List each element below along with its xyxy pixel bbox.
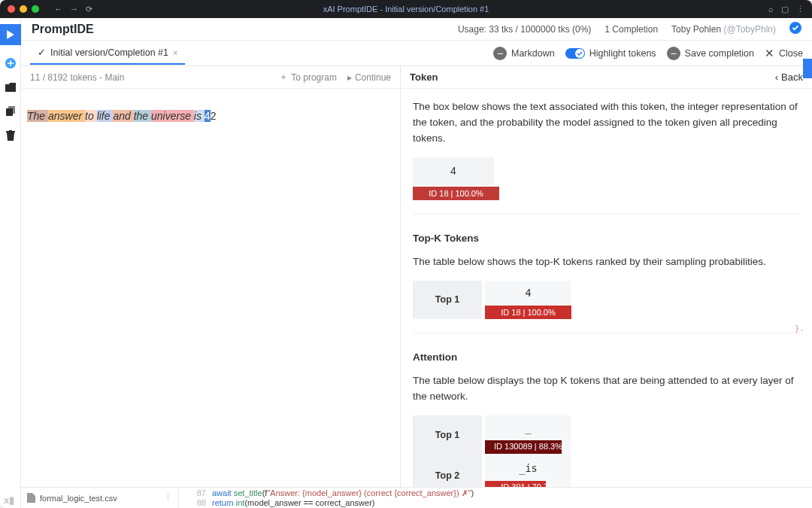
tab-label: Initial version/Completion #1 (50, 47, 168, 58)
token-text: 4 (413, 157, 494, 186)
save-completion-button[interactable]: − Save completion (667, 47, 754, 60)
attention-row: Top 1_ID 130089 | 88.3% (413, 415, 800, 456)
left-sidebar (0, 18, 21, 508)
minus-icon: − (493, 47, 507, 60)
editor-token[interactable]: is (194, 110, 205, 122)
plus-icon: ＋ (279, 71, 288, 84)
usage-text: Usage: 33 tks / 1000000 tks (0%) (458, 24, 591, 35)
run-indicator (803, 59, 812, 78)
editor-token[interactable]: answer (48, 110, 85, 122)
file-icon (27, 493, 35, 503)
play-icon: ▸ (347, 72, 352, 83)
user-name: Toby Pohlen (@TobyPhln) (671, 24, 776, 35)
maximize-window-button[interactable] (32, 5, 39, 13)
minus-icon: − (667, 47, 680, 60)
verified-icon (789, 22, 801, 36)
files-icon[interactable] (5, 105, 17, 117)
minimize-window-button[interactable] (20, 5, 27, 13)
more-icon[interactable]: ⋮ (164, 493, 172, 503)
to-program-button[interactable]: ＋ To program (279, 71, 337, 84)
editor-token[interactable]: universe (151, 110, 194, 122)
trash-icon[interactable] (5, 129, 17, 141)
chevron-left-icon: ‹ (775, 71, 778, 83)
toggle-switch[interactable] (565, 48, 585, 59)
editor-body[interactable]: The answer to life and the universe is 4… (21, 89, 400, 508)
add-icon[interactable] (5, 57, 17, 69)
back-button[interactable]: ‹ Back (775, 71, 803, 83)
token-description: The box below shows the text associated … (413, 99, 800, 147)
close-icon: ✕ (765, 47, 774, 60)
xai-watermark: x▮ (4, 494, 14, 506)
editor-column: 11 / 8192 tokens - Main ＋ To program ▸ C… (21, 66, 401, 508)
close-window-button[interactable] (8, 5, 15, 13)
close-button[interactable]: ✕ Close (765, 47, 803, 60)
markdown-toggle[interactable]: − Markdown (493, 47, 555, 60)
topk-title: Top-K Tokens (413, 231, 800, 247)
inspector-title: Token (410, 71, 438, 83)
code-preview: await set_title(f"Answer: {model_answer}… (212, 488, 474, 508)
reload-icon[interactable]: ⟳ (86, 5, 92, 14)
editor-token[interactable]: 2 (211, 110, 217, 122)
attention-label: Top 1 (413, 415, 482, 456)
editor-token[interactable]: The (27, 110, 48, 122)
topk-label: Top 1 (413, 281, 482, 319)
editor-token[interactable]: and (113, 110, 133, 122)
attention-value: _ID 130089 | 88.3% (485, 415, 571, 456)
back-nav-icon[interactable]: ← (54, 5, 62, 14)
editor-token[interactable]: life (97, 110, 114, 122)
check-icon: ✓ (38, 47, 46, 58)
header-bar: PromptIDE Usage: 33 tks / 1000000 tks (0… (21, 18, 812, 41)
search-icon[interactable]: ⌕ (768, 5, 774, 14)
run-button[interactable] (0, 24, 21, 45)
footer-bar: formal_logic_test.csv ⋮ 87 88 await set_… (21, 487, 812, 508)
topk-desc: The table below shows the top-K tokens r… (413, 254, 800, 270)
attention-desc: The table below displays the top K token… (413, 373, 800, 405)
folder-icon[interactable] (5, 81, 17, 93)
inspector-column: Token ‹ Back The box below shows the tex… (401, 66, 812, 508)
token-prob-bar: ID 18 | 100.0% (413, 187, 499, 200)
editor-token[interactable]: the (134, 110, 151, 122)
menu-icon[interactable]: ⋮ (796, 5, 804, 14)
editor-token[interactable]: to (85, 110, 97, 122)
editor-token[interactable]: 4 (205, 110, 211, 122)
window-titlebar: ← → ⟳ xAI PromptIDE - Initial version/Co… (0, 0, 812, 18)
app-title: PromptIDE (32, 23, 94, 36)
tab-completion[interactable]: ✓ Initial version/Completion #1 × (30, 41, 185, 65)
continue-button[interactable]: ▸ Continue (347, 71, 391, 84)
svg-rect-2 (8, 106, 15, 114)
panel-icon[interactable]: ▢ (781, 5, 789, 14)
highlight-toggle[interactable]: Highlight tokens (565, 48, 656, 59)
topk-value: 4ID 18 | 100.0% (485, 281, 571, 319)
tab-close-icon[interactable]: × (173, 48, 177, 57)
play-icon (6, 30, 15, 39)
topk-row: Top 14ID 18 | 100.0% (413, 281, 800, 319)
forward-nav-icon[interactable]: → (70, 5, 78, 14)
window-title: xAI PromptIDE - Initial version/Completi… (323, 5, 489, 14)
file-tab[interactable]: formal_logic_test.csv ⋮ (21, 488, 179, 508)
ghost-code: }. (795, 324, 804, 333)
attention-title: Attention (413, 350, 800, 366)
toolbar: ✓ Initial version/Completion #1 × − Mark… (21, 41, 812, 66)
token-status: 11 / 8192 tokens - Main (30, 72, 124, 83)
completions-count: 1 Completion (604, 24, 658, 35)
